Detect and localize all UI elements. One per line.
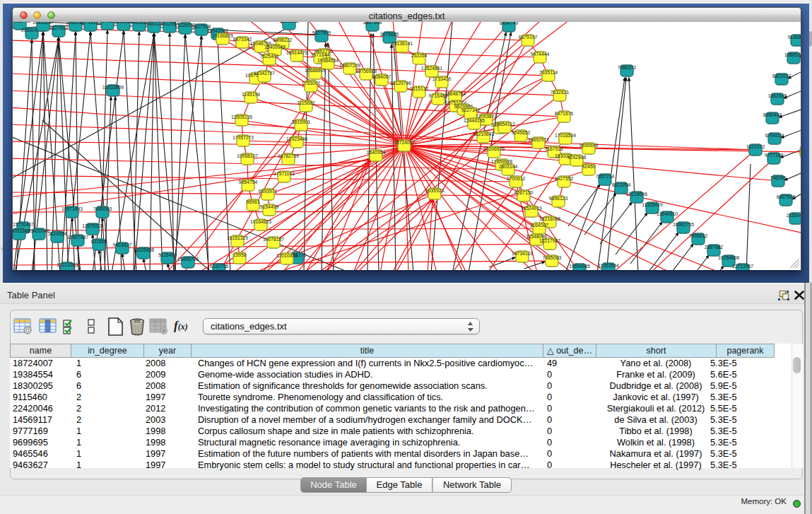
svg-text:9777169: 9777169 <box>765 153 784 158</box>
svg-text:10654112: 10654112 <box>494 122 515 127</box>
svg-text:5935923: 5935923 <box>425 188 445 193</box>
svg-text:1010755: 1010755 <box>210 264 229 269</box>
svg-text:17859928: 17859928 <box>491 159 512 164</box>
svg-text:23420046: 23420046 <box>28 228 49 233</box>
svg-text:19166825: 19166825 <box>212 33 233 38</box>
svg-text:2935114: 2935114 <box>539 70 558 75</box>
svg-text:13640910: 13640910 <box>657 211 678 216</box>
svg-text:16033809: 16033809 <box>102 85 124 90</box>
svg-text:8873342: 8873342 <box>233 37 252 42</box>
svg-text:1167531: 1167531 <box>545 146 563 151</box>
svg-text:1733426: 1733426 <box>433 76 452 81</box>
svg-text:19654985: 19654985 <box>569 264 590 269</box>
svg-text:7986372: 7986372 <box>618 65 637 70</box>
svg-text:8454749: 8454749 <box>500 22 519 25</box>
svg-text:9115460: 9115460 <box>158 252 177 257</box>
svg-text:19734103: 19734103 <box>512 251 533 256</box>
svg-text:11524919: 11524919 <box>521 206 542 211</box>
svg-text:1700612: 1700612 <box>507 176 526 181</box>
svg-text:18807209: 18807209 <box>339 63 360 68</box>
svg-text:7955812: 7955812 <box>689 233 708 238</box>
svg-text:7632621: 7632621 <box>551 90 570 95</box>
svg-text:1615132: 1615132 <box>410 86 429 91</box>
svg-text:9084067: 9084067 <box>372 74 392 79</box>
svg-text:11325419: 11325419 <box>642 202 663 207</box>
svg-text:10507487: 10507487 <box>67 235 88 240</box>
svg-text:1164087: 1164087 <box>530 223 548 228</box>
svg-text:12444195: 12444195 <box>464 118 485 123</box>
svg-text:15958: 15958 <box>800 146 801 151</box>
svg-text:9474444: 9474444 <box>531 52 550 57</box>
svg-text:16543362: 16543362 <box>207 28 228 33</box>
svg-text:16120746: 16120746 <box>390 81 411 86</box>
svg-text:9245652: 9245652 <box>512 130 531 135</box>
svg-text:3915901: 3915901 <box>292 119 311 124</box>
svg-text:8990443: 8990443 <box>763 112 782 117</box>
svg-text:16961755: 16961755 <box>673 222 694 227</box>
svg-text:96961: 96961 <box>247 199 260 204</box>
svg-text:16648784: 16648784 <box>445 91 466 96</box>
svg-text:746266: 746266 <box>770 175 787 180</box>
svg-text:8322037: 8322037 <box>772 74 792 78</box>
svg-text:7485083: 7485083 <box>543 255 562 260</box>
svg-text:10164823: 10164823 <box>250 219 271 224</box>
svg-text:8267150: 8267150 <box>514 190 534 195</box>
svg-text:621660: 621660 <box>91 239 107 244</box>
svg-text:3675685: 3675685 <box>380 32 399 37</box>
svg-text:12505135: 12505135 <box>231 115 252 119</box>
svg-text:10853287: 10853287 <box>33 22 54 25</box>
svg-text:14136141: 14136141 <box>392 41 413 46</box>
svg-text:19756928: 19756928 <box>355 69 377 74</box>
svg-text:6794024: 6794024 <box>765 133 784 138</box>
svg-text:16210643: 16210643 <box>473 132 494 136</box>
svg-text:20206576: 20206576 <box>483 146 505 151</box>
svg-text:10688609: 10688609 <box>305 68 326 73</box>
svg-text:6893971: 6893971 <box>259 189 278 194</box>
svg-text:1621072: 1621072 <box>746 144 765 149</box>
svg-text:9227342: 9227342 <box>461 107 481 112</box>
svg-text:9427552: 9427552 <box>555 176 574 181</box>
svg-text:13524861: 13524861 <box>421 66 442 71</box>
svg-text:252254: 252254 <box>411 53 428 58</box>
svg-text:1588520: 1588520 <box>784 52 801 57</box>
svg-text:10154808: 10154808 <box>718 255 739 260</box>
svg-text:17016504: 17016504 <box>555 133 576 138</box>
svg-text:12213383: 12213383 <box>57 262 78 267</box>
svg-text:15495796: 15495796 <box>177 257 199 262</box>
svg-text:7625402: 7625402 <box>260 54 279 59</box>
svg-text:8471676: 8471676 <box>555 111 574 116</box>
svg-text:10076187: 10076187 <box>263 237 284 242</box>
svg-text:10973493: 10973493 <box>61 206 83 211</box>
svg-text:29053346: 29053346 <box>13 228 30 233</box>
svg-text:8186328: 8186328 <box>280 22 299 23</box>
svg-text:15958: 15958 <box>233 252 247 257</box>
svg-text:9327505: 9327505 <box>312 30 331 35</box>
svg-text:1145194: 1145194 <box>242 92 260 97</box>
svg-text:15720407: 15720407 <box>13 222 34 227</box>
svg-text:12923446: 12923446 <box>286 136 307 141</box>
svg-text:10958107: 10958107 <box>237 153 258 158</box>
svg-text:16782759: 16782759 <box>278 153 299 158</box>
svg-text:92450: 92450 <box>582 164 596 169</box>
svg-text:1362615: 1362615 <box>768 93 787 98</box>
svg-text:3624554: 3624554 <box>48 231 67 236</box>
svg-text:12216058: 12216058 <box>539 216 560 221</box>
svg-text:1527602: 1527602 <box>49 25 69 30</box>
svg-text:8498222: 8498222 <box>273 37 293 42</box>
svg-text:1640954: 1640954 <box>367 150 386 155</box>
svg-text:12975115: 12975115 <box>82 223 103 228</box>
svg-text:2156443: 2156443 <box>787 213 801 218</box>
svg-text:11353594: 11353594 <box>598 263 619 268</box>
svg-text:12342757: 12342757 <box>254 71 275 76</box>
svg-text:15692971: 15692971 <box>528 137 549 142</box>
svg-text:1115682: 1115682 <box>297 100 315 105</box>
svg-text:6879197: 6879197 <box>519 35 538 40</box>
svg-text:9154409: 9154409 <box>260 204 279 209</box>
svg-text:17571143: 17571143 <box>273 171 295 176</box>
svg-text:9896123: 9896123 <box>549 196 568 201</box>
svg-text:9242848: 9242848 <box>567 155 587 160</box>
svg-text:9954754: 9954754 <box>239 180 258 185</box>
svg-text:19384554: 19384554 <box>317 58 339 63</box>
svg-text:2803144: 2803144 <box>499 164 518 169</box>
svg-text:1753001: 1753001 <box>302 81 321 86</box>
